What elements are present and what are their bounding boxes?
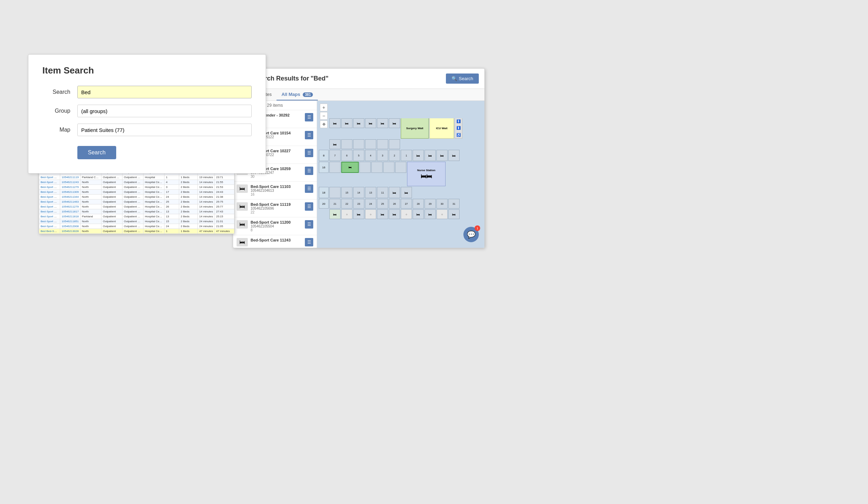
result-item-action[interactable]: ☰ xyxy=(305,149,313,157)
search-label: Search xyxy=(42,89,77,95)
table-row: Bed Bed-Sport Care 13028 xyxy=(39,229,60,234)
item-search-title: Item Search xyxy=(42,65,252,76)
room-cell xyxy=(365,139,376,149)
search-input[interactable] xyxy=(77,86,252,98)
result-item-icon: 🛏 xyxy=(237,238,248,246)
room-cell: 🛏 xyxy=(425,150,436,161)
room-cell: 28 xyxy=(413,199,424,209)
group-row: Group xyxy=(42,105,252,117)
room-cell: ○ xyxy=(365,209,376,219)
map-row-1: 🛏 🛏 🛏 🛏 🛏 🛏 Surgery Wait ICU Wait 🚹🚺♿ xyxy=(329,118,483,139)
result-item-action[interactable]: ☰ xyxy=(305,131,313,139)
table-row: Bed-Sport Care 11243 xyxy=(39,180,60,185)
table-row: Bed-Sport Care 12008 xyxy=(39,224,60,229)
result-item[interactable]: 🛏 Bed-Sport Care 11243 ☰ xyxy=(233,235,317,248)
room-cell: 29 xyxy=(425,199,436,209)
room-cell: 🛏 xyxy=(329,209,341,219)
room-cell: 🛏 xyxy=(365,118,376,128)
item-search-panel: Item Search Search Group Map Search xyxy=(28,54,266,174)
room-cell xyxy=(377,139,388,149)
result-item-action[interactable]: ☰ xyxy=(305,184,313,193)
result-item-icon: 🛏 xyxy=(237,202,248,211)
room-cell: 27 xyxy=(401,199,412,209)
tabs-bar: Patient Suites All Maps 381 xyxy=(233,89,484,101)
room-cell: 23 xyxy=(353,199,364,209)
search-icon: 🔍 xyxy=(451,76,457,81)
room-cell: ○ xyxy=(401,209,412,219)
room-cell: ○ xyxy=(436,209,448,219)
room-number: 20 xyxy=(319,199,329,209)
result-item[interactable]: 🛏 Bed-Sport Care 11119 105462105696 22 ☰ xyxy=(233,200,317,217)
room-cell: 🛏 xyxy=(401,187,412,198)
room-cell xyxy=(329,187,341,198)
results-search-button[interactable]: 🔍 Search xyxy=(446,74,479,84)
highlighted-room: 🛏 xyxy=(341,162,359,173)
room-cell xyxy=(341,139,352,149)
map-row-6: 20 21 22 23 24 25 26 27 28 29 30 31 xyxy=(319,199,483,209)
pan-btn[interactable]: ✥ xyxy=(320,120,328,128)
result-item-info: Bed-Sport Care 11119 105462105696 22 xyxy=(251,202,305,214)
room-cell: 4 xyxy=(365,150,376,161)
room-cell: 7 xyxy=(329,150,341,161)
room-cell: 🛏 xyxy=(377,118,388,128)
map-input[interactable] xyxy=(77,124,252,136)
all-maps-badge: 381 xyxy=(303,92,313,97)
room-cell: 15 xyxy=(341,187,352,198)
result-item-action[interactable]: ☰ xyxy=(305,220,313,229)
group-label: Group xyxy=(42,108,77,114)
search-row: Search xyxy=(42,86,252,98)
result-item[interactable]: 🛏 Bed-Sport Care 11200 105462105504 8 ☰ xyxy=(233,217,317,235)
table-row: Bed-Sport Care 11851 xyxy=(39,219,60,224)
map-zoom-controls: + − ✥ xyxy=(320,104,328,128)
tab-all-maps[interactable]: All Maps 381 xyxy=(276,89,318,100)
room-cell: 13 xyxy=(365,187,376,198)
room-number: 16 xyxy=(319,162,329,173)
room-cell: 🛏 xyxy=(436,150,448,161)
result-item-info: Bed-Sport Care 11200 105462105504 8 xyxy=(251,220,305,232)
room-cell: 🛏 xyxy=(329,139,341,149)
map-area: + − ✥ 🛏 🛏 🛏 🛏 🛏 🛏 Surgery Wait ICU Wa xyxy=(317,101,484,248)
room-cell: 31 xyxy=(448,199,460,209)
chat-button[interactable]: 💬 1 xyxy=(463,227,479,242)
map-row-4: 16 🛏 Nurse Station 🛏🛏 xyxy=(319,162,483,186)
bathroom-col: 🚹🚺♿ xyxy=(455,118,462,139)
result-item-action[interactable]: ☰ xyxy=(305,113,313,121)
result-item-action[interactable]: ☰ xyxy=(305,167,313,175)
table-row: Bed-Sport Care 11279 xyxy=(39,204,60,209)
table-row: Bed-Sport Care 11309 xyxy=(39,190,60,195)
search-button[interactable]: Search xyxy=(77,146,116,159)
map-row-3: 8 7 6 5 4 3 2 1 🛏 🛏 🛏 🛏 xyxy=(319,150,483,161)
table-row: Bed-Sport Care 11818 xyxy=(39,214,60,219)
results-panel: Item Search Results for "Bed" 🔍 Search P… xyxy=(233,68,485,248)
room-cell: 25 xyxy=(377,199,388,209)
table-row: Bed-Sport Care 11817 xyxy=(39,209,60,214)
room-cell xyxy=(389,139,400,149)
room-cell: 22 xyxy=(341,199,352,209)
room-cell: 🛏 xyxy=(329,118,341,128)
result-item-action[interactable]: ☰ xyxy=(305,202,313,211)
room-cell: 11 xyxy=(377,187,388,198)
chat-badge: 1 xyxy=(475,225,480,231)
zoom-in-btn[interactable]: + xyxy=(320,104,328,111)
result-item-action[interactable]: ☰ xyxy=(305,238,313,246)
table-row: Bed-Sport Care 11119 xyxy=(39,175,60,180)
room-cell: ○ xyxy=(341,209,352,219)
room-cell: 🛏 xyxy=(389,118,400,128)
room-cell: 🛏 xyxy=(353,118,364,128)
room-cell: 🛏 xyxy=(448,150,460,161)
room-cell: 3 xyxy=(377,150,388,161)
zoom-out-btn[interactable]: − xyxy=(320,112,328,120)
room-cell: 🛏 xyxy=(341,118,352,128)
room-cell: 🛏 xyxy=(413,150,424,161)
result-item-icon: 🛏 xyxy=(237,184,248,193)
result-item[interactable]: 🛏 Bed-Sport Care 11103 105462104613 16 ☰ xyxy=(233,182,317,200)
room-cell: 🛏 xyxy=(353,209,364,219)
map-label: Map xyxy=(42,127,77,133)
result-item-info: Bed-Sport Care 11243 xyxy=(251,238,305,242)
room-cell xyxy=(371,162,383,173)
nurse-station-room: Nurse Station 🛏🛏 xyxy=(407,162,446,186)
group-input[interactable] xyxy=(77,105,252,117)
room-cell: 21 xyxy=(329,199,341,209)
map-row-5: 18 15 14 13 11 🛏 🛏 xyxy=(319,187,483,198)
room-cell xyxy=(329,162,341,173)
